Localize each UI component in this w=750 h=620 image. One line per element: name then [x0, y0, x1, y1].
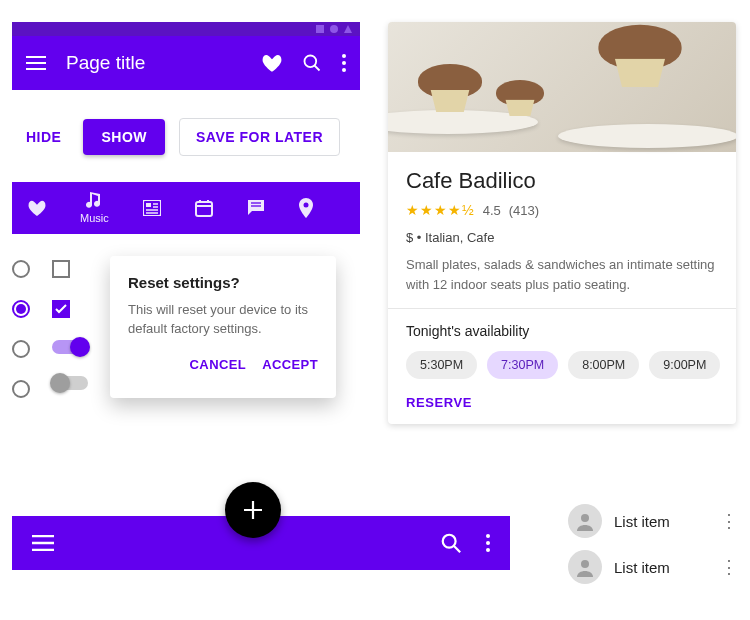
radio-3[interactable] [12, 340, 30, 358]
list-item-label: List item [614, 559, 708, 576]
time-chip[interactable]: 8:00PM [568, 351, 639, 379]
checkbox-2[interactable] [52, 300, 70, 318]
time-chips: 5:30PM 7:30PM 8:00PM 9:00PM [406, 351, 718, 379]
tab-location[interactable] [299, 198, 313, 218]
controls-area: Reset settings? This will reset your dev… [12, 256, 360, 398]
tab-calendar[interactable] [195, 199, 213, 217]
svg-point-18 [443, 535, 456, 548]
radio-1[interactable] [12, 260, 30, 278]
svg-point-23 [581, 514, 589, 522]
tab-music-label: Music [80, 212, 109, 224]
cancel-button[interactable]: CANCEL [190, 357, 247, 372]
search-icon[interactable] [302, 53, 322, 73]
accept-button[interactable]: ACCEPT [262, 357, 318, 372]
reserve-button[interactable]: RESERVE [406, 395, 718, 410]
status-bar [12, 22, 360, 36]
svg-rect-6 [146, 203, 151, 207]
app-bar: Page title [12, 36, 360, 90]
svg-line-19 [454, 546, 460, 552]
status-icon-triangle [344, 25, 352, 33]
list-item-label: List item [614, 513, 708, 530]
hide-button[interactable]: HIDE [18, 121, 69, 153]
more-vert-icon[interactable] [342, 54, 346, 72]
rating-count: (413) [509, 203, 539, 218]
card-description: Small plates, salads & sandwiches an int… [406, 255, 718, 294]
time-chip[interactable]: 7:30PM [487, 351, 558, 379]
card-title: Cafe Badilico [406, 168, 718, 194]
list-item[interactable]: List item ⋮ [568, 544, 738, 590]
switch-1[interactable] [52, 340, 88, 354]
show-button[interactable]: SHOW [83, 119, 165, 155]
svg-point-20 [486, 534, 490, 538]
availability-header: Tonight's availability [406, 323, 718, 339]
status-icon-square [316, 25, 324, 33]
more-vert-icon[interactable] [486, 534, 490, 552]
menu-icon[interactable] [32, 535, 54, 551]
status-icon-circle [330, 25, 338, 33]
heart-icon[interactable] [262, 54, 282, 72]
reset-settings-dialog: Reset settings? This will reset your dev… [110, 256, 336, 398]
svg-point-3 [342, 61, 346, 65]
svg-point-2 [342, 54, 346, 58]
save-for-later-button[interactable]: SAVE FOR LATER [179, 118, 340, 156]
checkbox-1[interactable] [52, 260, 70, 278]
list-item[interactable]: List item ⋮ [568, 498, 738, 544]
radio-2[interactable] [12, 300, 30, 318]
dialog-title: Reset settings? [128, 274, 318, 291]
more-vert-icon[interactable]: ⋮ [720, 510, 738, 532]
tab-news[interactable] [143, 200, 161, 216]
time-chip[interactable]: 9:00PM [649, 351, 720, 379]
list: List item ⋮ List item ⋮ [568, 498, 738, 590]
svg-point-17 [303, 203, 308, 208]
more-vert-icon[interactable]: ⋮ [720, 556, 738, 578]
tab-favorites[interactable] [28, 200, 46, 216]
fab-add[interactable] [225, 482, 281, 538]
svg-point-21 [486, 541, 490, 545]
cafe-card: Cafe Badilico ★★★★½ 4.5 (413) $ • Italia… [388, 22, 736, 424]
svg-point-4 [342, 68, 346, 72]
button-row: HIDE SHOW SAVE FOR LATER [18, 118, 360, 156]
stars-icon: ★★★★½ [406, 202, 475, 218]
dialog-body: This will reset your device to its defau… [128, 301, 318, 339]
tab-music[interactable]: Music [80, 192, 109, 224]
svg-rect-11 [196, 202, 212, 216]
avatar-icon [568, 550, 602, 584]
svg-point-0 [305, 56, 317, 68]
switch-2[interactable] [52, 376, 88, 390]
svg-point-22 [486, 548, 490, 552]
tab-chat[interactable] [247, 199, 265, 217]
avatar-icon [568, 504, 602, 538]
rating-row: ★★★★½ 4.5 (413) [406, 202, 718, 218]
card-meta: $ • Italian, Cafe [406, 230, 718, 245]
divider [388, 308, 736, 309]
time-chip[interactable]: 5:30PM [406, 351, 477, 379]
menu-icon[interactable] [26, 56, 46, 70]
svg-line-1 [315, 66, 320, 71]
rating-value: 4.5 [483, 203, 501, 218]
card-image [388, 22, 736, 152]
search-icon[interactable] [440, 532, 462, 554]
tab-bar: Music [12, 182, 360, 234]
page-title: Page title [66, 52, 242, 74]
svg-point-24 [581, 560, 589, 568]
radio-4[interactable] [12, 380, 30, 398]
